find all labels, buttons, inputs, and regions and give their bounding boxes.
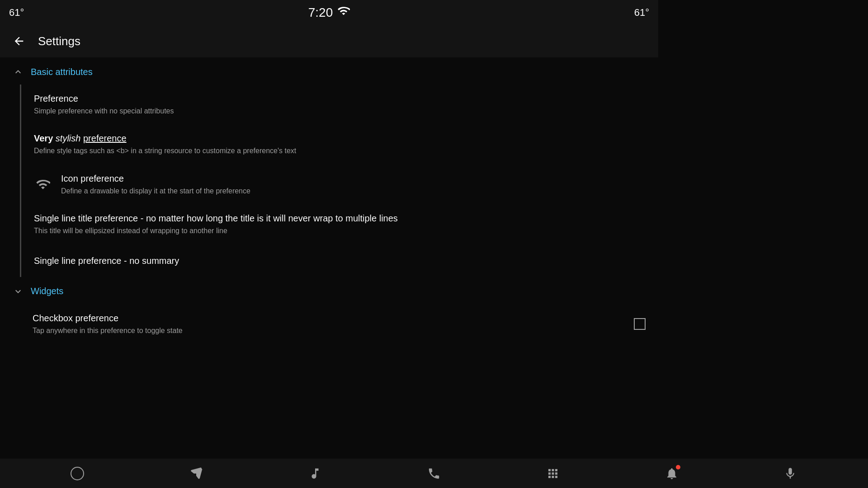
status-bar: 61° 7:20 61°: [0, 0, 658, 25]
preference-title: Checkbox preference: [33, 312, 625, 324]
section-widgets-header[interactable]: Widgets: [0, 277, 658, 304]
status-time: 7:20: [308, 5, 333, 20]
preference-title: Single line preference - no summary: [34, 255, 646, 267]
section-title-widgets: Widgets: [31, 286, 63, 296]
list-item[interactable]: Preference Simple preference with no spe…: [21, 84, 658, 124]
preference-text: Icon preference Define a drawable to dis…: [61, 173, 646, 196]
list-item[interactable]: Very stylish preference Define style tag…: [21, 124, 658, 164]
app-bar: Settings: [0, 25, 658, 57]
wifi-pref-icon: [34, 175, 52, 193]
content-area: Basic attributes Preference Simple prefe…: [0, 57, 658, 339]
status-temp-left: 61°: [9, 7, 24, 19]
chevron-down-icon[interactable]: [13, 286, 24, 297]
preference-text: Single line title preference - no matter…: [34, 212, 646, 236]
preference-summary: Simple preference with no special attrib…: [34, 106, 646, 116]
list-item[interactable]: Checkbox preference Tap anywhere in this…: [20, 304, 658, 339]
status-temp-right: 61°: [634, 7, 649, 19]
section-title-basic-attributes: Basic attributes: [31, 67, 93, 77]
preference-text: Single line preference - no summary: [34, 255, 646, 267]
list-item[interactable]: Icon preference Define a drawable to dis…: [21, 164, 658, 204]
app-bar-title: Settings: [38, 34, 80, 48]
basic-attributes-list: Preference Simple preference with no spe…: [20, 84, 658, 277]
preference-title: Icon preference: [61, 173, 646, 184]
widgets-list: Checkbox preference Tap anywhere in this…: [20, 304, 658, 339]
checkbox-widget[interactable]: [625, 318, 646, 330]
checkbox-unchecked[interactable]: [634, 318, 646, 330]
list-item[interactable]: Single line title preference - no matter…: [21, 204, 658, 244]
preference-summary: This title will be ellipsized instead of…: [34, 226, 646, 236]
chevron-up-icon[interactable]: [13, 66, 24, 77]
preference-title: Single line title preference - no matter…: [34, 212, 646, 224]
status-center: 7:20: [308, 5, 350, 20]
preference-summary: Tap anywhere in this preference to toggl…: [33, 326, 625, 336]
preference-summary: Define a drawable to display it at the s…: [61, 186, 646, 196]
preference-title-stylish: Very stylish preference: [34, 132, 646, 144]
list-item[interactable]: Single line preference - no summary: [21, 244, 658, 277]
preference-summary: Define style tags such as <b> in a strin…: [34, 146, 646, 156]
back-button[interactable]: [9, 31, 29, 51]
preference-title: Preference: [34, 93, 646, 104]
section-basic-attributes-header[interactable]: Basic attributes: [0, 57, 658, 84]
preference-text: Checkbox preference Tap anywhere in this…: [33, 312, 625, 336]
wifi-icon: [337, 5, 350, 20]
preference-text: Preference Simple preference with no spe…: [34, 93, 646, 116]
preference-text: Very stylish preference Define style tag…: [34, 132, 646, 156]
